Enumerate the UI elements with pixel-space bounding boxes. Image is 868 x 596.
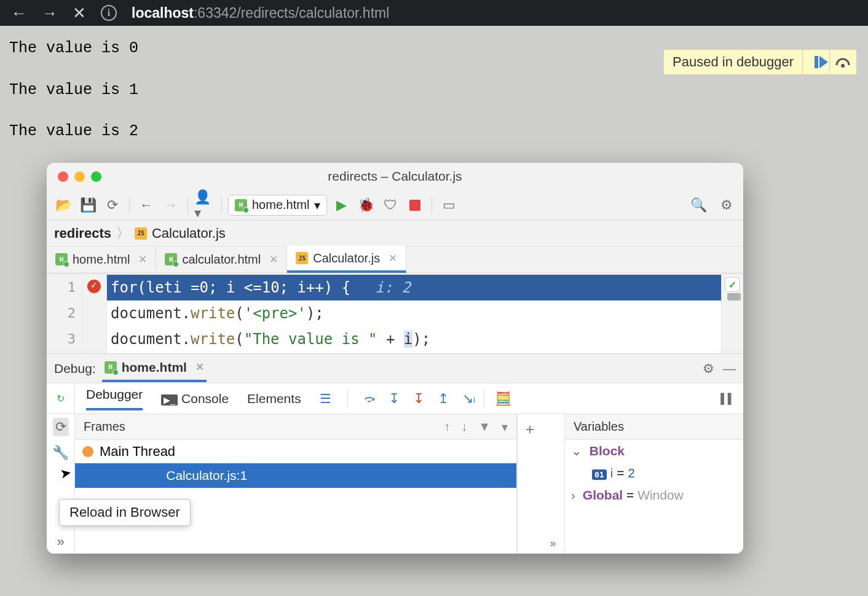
debugger-tab[interactable]: Debugger <box>86 387 143 410</box>
code-line-2: document.write('<pre>'); <box>107 300 743 326</box>
debug-session-label: home.html <box>122 360 187 375</box>
tab-calculator-js[interactable]: JS Calculator.js ✕ <box>287 246 406 273</box>
js-file-icon: JS <box>296 252 308 264</box>
code-line-3: document.write("The value is " + i); <box>107 326 743 352</box>
step-into-icon[interactable]: ↧ <box>389 391 400 407</box>
threads-icon[interactable]: ☰ <box>320 391 331 406</box>
code-line-1-active: for (let i = 0; i <= 10; i++) { i: 2 <box>107 275 743 300</box>
debugger-panes: ⟳ 🔧 » Frames ↑ ↓ ▼ ▾ Main Thread <box>47 414 743 554</box>
html-file-icon: H <box>105 361 117 374</box>
save-icon[interactable]: 💾 <box>77 195 98 216</box>
frames-pane: Frames ↑ ↓ ▼ ▾ Main Thread anonymous(), … <box>75 414 517 554</box>
nav-back-icon[interactable]: ← <box>136 195 157 216</box>
inspection-ok-icon[interactable]: ✓ <box>725 277 740 292</box>
thread-row[interactable]: Main Thread <box>75 440 516 463</box>
reload-in-browser-icon[interactable]: ⟳ <box>53 418 69 436</box>
debug-settings-icon[interactable]: ⚙ <box>703 361 714 376</box>
expand-icon[interactable]: » <box>57 534 64 550</box>
step-over-button[interactable] <box>829 50 856 74</box>
add-watch-button[interactable]: ＋ <box>517 414 542 554</box>
tab-home-html[interactable]: H home.html ✕ <box>47 246 156 273</box>
chevron-down-icon: ▾ <box>314 198 320 213</box>
breadcrumb: redirects 〉 JS Calculator.js <box>47 221 743 246</box>
breakpoint-icon[interactable] <box>87 280 101 293</box>
frame-up-icon[interactable]: ↑ <box>444 420 450 434</box>
evaluate-expression-icon[interactable]: 🧮 <box>493 388 514 409</box>
debugger-toolbar: ↻ Debugger ▶_Console Elements ☰ ⤼ ↧ ↧ ↥ … <box>47 383 743 414</box>
close-icon[interactable]: ✕ <box>269 253 278 266</box>
nav-forward-icon[interactable]: → <box>160 195 181 216</box>
paused-in-debugger-badge: Paused in debugger <box>663 49 857 75</box>
chevron-right-icon: › <box>571 488 575 502</box>
run-to-cursor-icon[interactable]: ↘I <box>462 391 475 407</box>
run-configuration-selector[interactable]: H home.html ▾ <box>228 195 327 216</box>
stop-button[interactable] <box>404 195 425 216</box>
variable-scope-global[interactable]: › Global = Window <box>565 484 743 506</box>
code-editor[interactable]: 123 for (let i = 0; i <= 10; i++) { i: 2… <box>47 273 743 353</box>
tooltip-reload-in-browser: Reload in Browser <box>59 499 191 526</box>
rerun-icon[interactable]: ↻ <box>57 393 65 404</box>
ide-titlebar[interactable]: redirects – Calculator.js <box>47 163 743 190</box>
more-icon[interactable]: ▾ <box>502 420 508 434</box>
step-over-icon[interactable]: ⤼ <box>364 391 375 407</box>
variable-i[interactable]: 01i = 2 <box>565 462 743 484</box>
address-bar[interactable]: localhost :63342/redirects/calculator.ht… <box>132 5 389 22</box>
debug-session-tab[interactable]: H home.html ✕ <box>102 355 207 382</box>
forward-icon[interactable]: → <box>42 4 58 23</box>
variable-scope-block[interactable]: ⌄ Block <box>565 440 743 462</box>
variables-pane: Variables ⌄ Block 01i = 2 › Global = Win… <box>565 414 743 554</box>
frame-down-icon[interactable]: ↓ <box>461 420 467 434</box>
url-host: localhost <box>132 5 194 22</box>
settings-wrench-icon[interactable]: 🔧 <box>52 445 69 461</box>
run-config-label: home.html <box>252 198 309 212</box>
editor-tabs: H home.html ✕ H calculator.html ✕ JS Cal… <box>47 246 743 273</box>
breadcrumb-root[interactable]: redirects <box>54 225 111 241</box>
editor-scrollbar[interactable]: ✓ <box>721 273 743 353</box>
close-icon[interactable]: ✕ <box>138 253 147 266</box>
search-icon[interactable]: 🔍 <box>688 195 709 216</box>
debug-button[interactable]: 🐞 <box>355 195 376 216</box>
close-icon[interactable]: ✕ <box>195 361 204 374</box>
run-button[interactable]: ▶ <box>331 195 352 216</box>
tab-calculator-html[interactable]: H calculator.html ✕ <box>156 246 287 273</box>
coverage-button[interactable]: 🛡 <box>380 195 401 216</box>
site-info-icon[interactable]: i <box>101 5 117 21</box>
debug-label: Debug: <box>54 361 96 376</box>
tab-label: home.html <box>73 253 130 267</box>
settings-icon[interactable]: ⚙ <box>716 195 737 216</box>
tab-label: calculator.html <box>182 253 261 267</box>
tab-label: Calculator.js <box>313 251 380 265</box>
elements-tab[interactable]: Elements <box>247 391 301 406</box>
force-step-into-icon[interactable]: ↧ <box>413 391 424 407</box>
stop-reload-icon[interactable]: ✕ <box>73 4 86 23</box>
js-file-icon: JS <box>135 227 147 240</box>
breadcrumb-file[interactable]: Calculator.js <box>152 225 226 241</box>
thread-label: Main Thread <box>100 444 175 460</box>
open-icon[interactable]: 📂 <box>53 195 74 216</box>
back-icon[interactable]: ← <box>11 4 27 23</box>
breakpoint-gutter[interactable] <box>82 273 107 353</box>
sync-icon[interactable]: ⟳ <box>102 195 123 216</box>
minimize-icon[interactable]: — <box>723 361 736 376</box>
resume-button[interactable] <box>802 50 829 74</box>
scrollbar-thumb[interactable] <box>727 293 741 300</box>
inline-variable-hint: i: 2 <box>375 275 411 300</box>
user-icon[interactable]: 👤▾ <box>194 195 215 216</box>
close-icon[interactable]: ✕ <box>389 252 397 265</box>
line-number-gutter: 123 <box>47 273 82 353</box>
ide-toolbar: 📂 💾 ⟳ ← → 👤▾ H home.html ▾ ▶ 🐞 🛡 ▭ 🔍 ⚙ <box>47 190 743 221</box>
breadcrumb-separator-icon: 〉 <box>116 224 130 243</box>
collapse-toggle[interactable]: » <box>542 414 565 554</box>
html-file-icon: H <box>235 199 247 211</box>
console-tab[interactable]: ▶_Console <box>161 391 229 406</box>
step-out-icon[interactable]: ↥ <box>438 391 449 407</box>
layout-icon[interactable]: ▭ <box>438 195 459 216</box>
code-area[interactable]: for (let i = 0; i <= 10; i++) { i: 2 doc… <box>107 273 743 353</box>
filter-icon[interactable]: ▼ <box>478 420 491 434</box>
browser-toolbar: ← → ✕ i localhost :63342/redirects/calcu… <box>0 0 868 26</box>
stack-frame-selected[interactable]: anonymous(), Calculator.js:1 <box>75 463 516 488</box>
page-viewport: The value is 0 The value is 1 The value … <box>0 26 868 596</box>
layout-settings-icon[interactable]: ▌▌ <box>720 393 735 404</box>
ide-window: redirects – Calculator.js 📂 💾 ⟳ ← → 👤▾ H… <box>47 163 743 554</box>
variables-header: Variables <box>574 420 624 434</box>
